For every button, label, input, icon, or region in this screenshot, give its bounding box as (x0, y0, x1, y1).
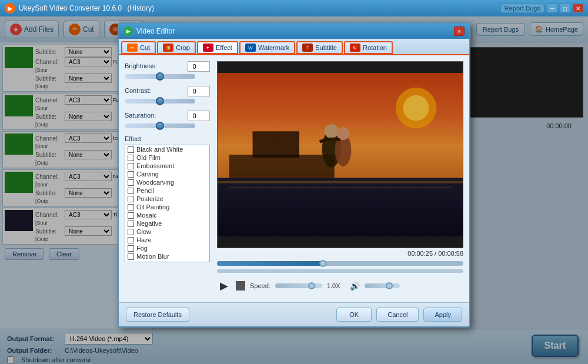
modal-overlay: ▶ Video Editor × ✂ Cut ⊞ Crop ✦ Effect (0, 16, 588, 364)
speed-value: 1.0X (327, 282, 340, 289)
history-label: (History) (128, 4, 154, 12)
playback-controls: ▶ Speed: 1.0X 🔊 (217, 275, 463, 296)
tab-crop-label: Crop (176, 44, 190, 51)
contrast-slider[interactable] (125, 99, 195, 103)
effect-item-pencil[interactable]: Pencil (125, 186, 209, 195)
brightness-input[interactable] (188, 61, 210, 72)
ok-button[interactable]: OK (336, 308, 372, 322)
title-bar: ▶ UkeySoft Video Converter 10.6.0 (Histo… (0, 0, 588, 16)
saturation-thumb[interactable] (156, 122, 164, 130)
effect-checkbox-motionblur[interactable] (128, 253, 134, 260)
tab-watermark[interactable]: W Watermark (239, 41, 295, 54)
effect-checkbox-carving[interactable] (128, 171, 134, 178)
effect-checkbox-oldfilm[interactable] (128, 155, 134, 161)
progress-bar[interactable] (217, 261, 463, 266)
contrast-input[interactable] (188, 86, 210, 96)
stop-button[interactable] (236, 281, 245, 290)
saturation-input[interactable] (188, 111, 210, 121)
effect-list-label: Effect: (125, 135, 210, 142)
rotation-tab-icon: ↻ (350, 44, 360, 52)
effect-item-glow[interactable]: Glow (125, 228, 209, 236)
saturation-row: Saturation: (125, 111, 210, 121)
modal-close-button[interactable]: × (454, 26, 465, 36)
restore-defaults-button[interactable]: Restore Defaults (126, 308, 189, 322)
saturation-label: Saturation: (125, 112, 156, 119)
effect-checkbox-pencil[interactable] (128, 188, 134, 194)
effect-checkbox-fog[interactable] (128, 245, 134, 252)
play-button[interactable]: ▶ (217, 279, 231, 293)
app-icon: ▶ (5, 3, 15, 14)
effect-item-oldfilm[interactable]: Old Film (125, 153, 209, 162)
tab-rotation[interactable]: ↻ Rotation (344, 41, 393, 54)
effect-checkbox-embossment[interactable] (128, 163, 134, 169)
effect-list[interactable]: Black and White Old Film Embossment (125, 145, 210, 262)
speed-thumb[interactable] (308, 282, 315, 289)
effect-controls: Brightness: Contrast: (125, 61, 210, 296)
effect-checkbox-negative[interactable] (128, 221, 134, 227)
effect-checkbox-posterize[interactable] (128, 196, 134, 202)
contrast-group: Contrast: (125, 86, 210, 103)
effect-checkbox-blackwhite[interactable] (128, 146, 134, 153)
cut-tab-icon: ✂ (127, 44, 138, 52)
modal-footer: Restore Defaults OK Cancel Apply (119, 302, 469, 326)
footer-buttons: OK Cancel Apply (336, 308, 462, 322)
maximize-button[interactable]: □ (560, 4, 570, 13)
tab-effect-label: Effect (216, 44, 232, 51)
effect-item-oilpainting[interactable]: Oil Painting (125, 203, 209, 211)
modal-title: Video Editor (136, 27, 454, 35)
effect-item-motionblur[interactable]: Motion Blur (125, 252, 209, 261)
cancel-button[interactable]: Cancel (376, 308, 419, 322)
effect-item-blackwhite[interactable]: Black and White (125, 145, 209, 153)
modal-title-bar: ▶ Video Editor × (119, 24, 469, 39)
progress-thumb[interactable] (319, 260, 326, 267)
volume-slider[interactable] (365, 283, 400, 288)
time-display: 00:00:25 / 00:00:58 (217, 248, 463, 259)
modal-body: Brightness: Contrast: (119, 55, 469, 302)
tab-subtitle[interactable]: T Subtitle (296, 41, 343, 54)
effect-checkbox-woodcarving[interactable] (128, 179, 134, 186)
effect-checkbox-haze[interactable] (128, 237, 134, 243)
effect-item-mosaic[interactable]: Mosaic (125, 211, 209, 219)
effect-item-haze[interactable]: Haze (125, 236, 209, 244)
video-preview (217, 61, 463, 248)
effect-checkbox-mosaic[interactable] (128, 212, 134, 219)
effect-item-carving[interactable]: Carving (125, 170, 209, 178)
modal-icon: ▶ (123, 26, 133, 36)
speed-slider[interactable] (275, 283, 322, 288)
brightness-thumb[interactable] (156, 72, 164, 81)
volume-icon: 🔊 (350, 281, 360, 290)
volume-thumb[interactable] (386, 282, 393, 289)
effect-item-embossment[interactable]: Embossment (125, 162, 209, 170)
crop-tab-icon: ⊞ (163, 44, 173, 52)
effect-checkbox-glow[interactable] (128, 229, 134, 235)
modal-tabs: ✂ Cut ⊞ Crop ✦ Effect W Watermark T Su (119, 39, 469, 55)
apply-button[interactable]: Apply (423, 308, 462, 322)
brightness-slider[interactable] (125, 74, 195, 79)
subtitle-tab-icon: T (302, 44, 313, 52)
tab-cut[interactable]: ✂ Cut (121, 41, 156, 54)
contrast-thumb[interactable] (156, 97, 164, 105)
effect-item-posterize[interactable]: Posterize (125, 195, 209, 203)
speed-label: Speed: (250, 282, 270, 289)
app-title-text: UkeySoft Video Converter 10.6.0 (19, 4, 122, 12)
tab-cut-label: Cut (140, 44, 150, 51)
effect-item-fog[interactable]: Fog (125, 244, 209, 252)
close-button[interactable]: ✕ (573, 4, 583, 13)
progress-bar-2[interactable] (217, 269, 463, 273)
tab-effect[interactable]: ✦ Effect (197, 41, 238, 54)
effect-checkbox-oilpainting[interactable] (128, 204, 134, 211)
svg-rect-12 (218, 73, 463, 236)
report-bugs-button[interactable]: Report Bugs (500, 4, 544, 13)
minimize-button[interactable]: ─ (547, 4, 557, 13)
brightness-row: Brightness: (125, 61, 210, 72)
watermark-tab-icon: W (245, 44, 256, 52)
tab-crop[interactable]: ⊞ Crop (157, 41, 196, 54)
saturation-slider[interactable] (125, 123, 195, 128)
preview-panel: 00:00:25 / 00:00:58 ▶ Speed: (217, 61, 463, 296)
effect-item-negative[interactable]: Negative (125, 219, 209, 228)
effect-item-woodcarving[interactable]: Woodcarving (125, 178, 209, 186)
progress-fill (217, 261, 323, 266)
tab-subtitle-label: Subtitle (315, 44, 337, 51)
tab-watermark-label: Watermark (258, 44, 289, 51)
brightness-group: Brightness: (125, 61, 210, 79)
